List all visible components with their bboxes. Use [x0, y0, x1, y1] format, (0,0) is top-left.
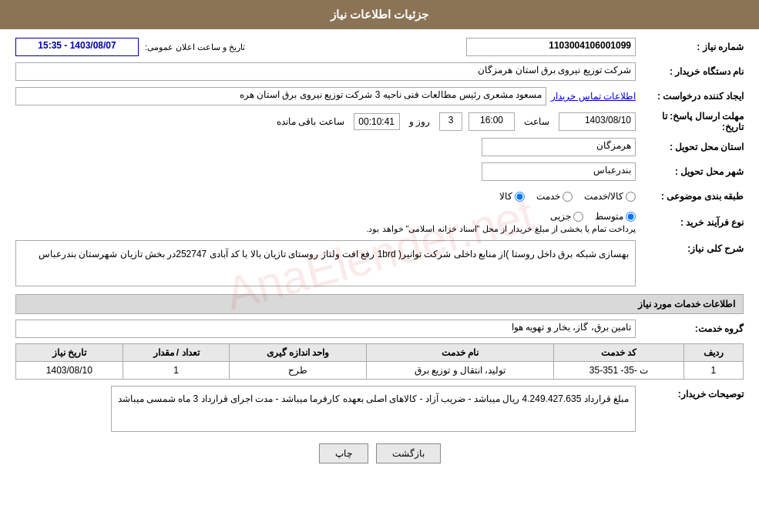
purchase-type-label-jozi: جزیی [550, 211, 571, 222]
services-table-section: ردیف کد خدمت نام خدمت واحد اندازه گیری ت… [15, 343, 744, 380]
deadline-date-time: 1403/08/10 ساعت 16:00 3 روز و 00:10:41 س… [15, 112, 636, 131]
category-radio-kala[interactable] [515, 192, 525, 202]
category-radio-group: کالا/خدمت خدمت کالا [15, 191, 636, 202]
table-row: 1 ت -35- 351-35 تولید، انتقال و توزیع بر… [16, 362, 744, 380]
purchase-type-note: پرداخت تمام یا بخشی از مبلغ خریدار از مح… [366, 224, 636, 234]
category-option-kala-khedmat[interactable]: کالا/خدمت [584, 191, 636, 202]
table-body: 1 ت -35- 351-35 تولید، انتقال و توزیع بر… [16, 362, 744, 380]
deadline-row: مهلت ارسال پاسخ: تا تاریخ: 1403/08/10 سا… [15, 111, 744, 132]
category-label-khedmat: خدمت [536, 191, 560, 202]
category-radio-khedmat[interactable] [563, 192, 573, 202]
need-number-row: شماره نیاز : 1103004106001099 تاریخ و سا… [15, 37, 744, 57]
deadline-label: مهلت ارسال پاسخ: تا تاریخ: [636, 111, 744, 132]
cell-unit: طرح [230, 362, 367, 380]
description-row: شرح کلی نیاز: بهسازی شبکه برق داخل روستا… [15, 240, 744, 286]
city-value: بندرعباس [482, 162, 636, 181]
cell-code: ت -35- 351-35 [554, 362, 683, 380]
deadline-time: 16:00 [468, 112, 515, 131]
need-number-label: شماره نیاز : [636, 42, 744, 52]
announce-value: 1403/08/07 - 15:35 [15, 38, 139, 56]
back-button[interactable]: بازگشت [376, 443, 441, 463]
col-unit: واحد اندازه گیری [230, 344, 367, 362]
category-option-kala[interactable]: کالا [499, 191, 525, 202]
col-date: تاریخ نیاز [16, 344, 123, 362]
buyer-notes-row: توصیحات خریدار: مبلغ قرارداد 4.249.427.6… [15, 386, 744, 432]
deadline-date: 1403/08/10 [559, 112, 636, 131]
purchase-type-radio-group: متوسط جزیی [550, 211, 636, 222]
buyer-notes-value: مبلغ قرارداد 4.249.427.635 ریال میباشد -… [111, 386, 636, 432]
page-title: جزئیات اطلاعات نیاز [331, 8, 428, 21]
services-header: اطلاعات خدمات مورد نیاز [15, 294, 744, 314]
description-label: شرح کلی نیاز: [636, 240, 744, 254]
deadline-time-label: ساعت [524, 116, 549, 127]
purchase-type-label-motawaset: متوسط [595, 211, 623, 222]
table-header-row: ردیف کد خدمت نام خدمت واحد اندازه گیری ت… [16, 344, 744, 362]
services-table: ردیف کد خدمت نام خدمت واحد اندازه گیری ت… [15, 343, 744, 380]
purchase-type-option-jozi[interactable]: جزیی [550, 211, 583, 222]
province-label: استان محل تحویل : [636, 142, 744, 152]
purchase-type-row: نوع فرآیند خرید : متوسط جزیی پرداخت تمام… [15, 211, 744, 234]
description-value: بهسازی شبکه برق داخل روستا )از منابع داخ… [15, 240, 636, 286]
deadline-remaining-label: ساعت باقی مانده [277, 116, 344, 127]
col-count: تعداد / مقدار [123, 344, 230, 362]
buyer-org-row: نام دستگاه خریدار : شرکت توزیع نیروی برق… [15, 62, 744, 82]
cell-date: 1403/08/10 [16, 362, 123, 380]
creator-label: ایجاد کننده درخواست : [636, 91, 744, 102]
purchase-type-radio-motawaset[interactable] [626, 212, 636, 222]
announce-label: تاریخ و ساعت اعلان عمومی: [145, 42, 245, 52]
buyer-org-value: شرکت توزیع نیروی برق استان هرمزگان [15, 62, 636, 81]
creator-link[interactable]: اطلاعات تماس خریدار [551, 91, 636, 102]
creator-row: ایجاد کننده درخواست : اطلاعات تماس خریدا… [15, 86, 744, 106]
service-group-row: گروه خدمت: تامین برق، گاز، بخار و تهویه … [15, 319, 744, 339]
province-row: استان محل تحویل : هرمزگان [15, 137, 744, 157]
category-radio-kala-khedmat[interactable] [626, 192, 636, 202]
category-option-khedmat[interactable]: خدمت [536, 191, 573, 202]
deadline-days-label: روز و [409, 116, 430, 127]
col-name: نام خدمت [366, 344, 554, 362]
col-row-num: ردیف [683, 344, 743, 362]
service-group-value: تامین برق، گاز، بخار و تهویه هوا [15, 320, 636, 338]
deadline-days: 3 [439, 112, 462, 131]
city-row: شهر محل تحویل : بندرعباس [15, 162, 744, 182]
category-label: طبقه بندی موضوعی : [636, 191, 744, 202]
page-header: جزئیات اطلاعات نیاز [0, 0, 759, 29]
province-value: هرمزگان [482, 138, 636, 156]
buyer-notes-label: توصیحات خریدار: [636, 386, 744, 400]
category-row: طبقه بندی موضوعی : کالا/خدمت خدمت کالا [15, 186, 744, 206]
deadline-remaining: 00:10:41 [354, 113, 400, 130]
purchase-type-option-motawaset[interactable]: متوسط [595, 211, 636, 222]
cell-row-num: 1 [683, 362, 743, 380]
page-wrapper: جزئیات اطلاعات نیاز AnaElender.net شماره… [0, 0, 759, 532]
print-button[interactable]: چاپ [319, 443, 368, 463]
category-label-kala: کالا [499, 191, 512, 202]
footer-buttons: بازگشت چاپ [15, 443, 744, 463]
buyer-org-label: نام دستگاه خریدار : [636, 66, 744, 77]
need-number-value: 1103004106001099 [466, 38, 636, 56]
category-label-kala-khedmat: کالا/خدمت [584, 191, 623, 202]
service-group-label: گروه خدمت: [636, 323, 744, 334]
content-area: AnaElender.net شماره نیاز : 110300410600… [0, 29, 759, 479]
col-code: کد خدمت [554, 344, 683, 362]
purchase-type-radio-jozi[interactable] [573, 212, 583, 222]
cell-count: 1 [123, 362, 230, 380]
city-label: شهر محل تحویل : [636, 166, 744, 177]
cell-name: تولید، انتقال و توزیع برق [366, 362, 554, 380]
purchase-type-label: نوع فرآیند خرید : [636, 217, 744, 228]
creator-value: مسعود مشعری رئیس مطالعات فنی ناحیه 3 شرک… [15, 87, 546, 105]
